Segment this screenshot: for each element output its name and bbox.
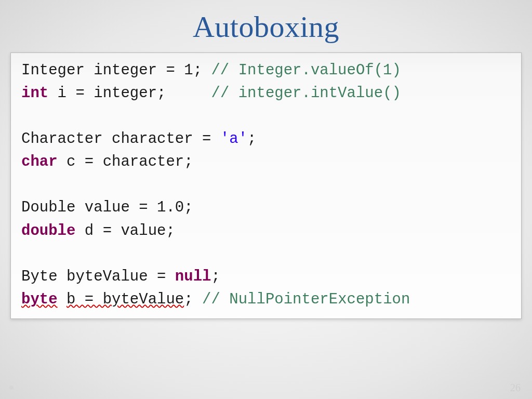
code-text: ; (184, 291, 202, 308)
code-line: int i = integer; // integer.intValue() (21, 85, 401, 102)
code-text: ; (211, 268, 220, 285)
code-comment: // NullPointerException (202, 291, 410, 308)
code-line: byte b = byteValue; // NullPointerExcept… (21, 291, 410, 308)
code-keyword: double (21, 222, 75, 240)
code-text: d = value; (75, 222, 175, 240)
code-line: Integer integer = 1; // Integer.valueOf(… (21, 62, 401, 79)
code-line: Byte byteValue = null; (21, 268, 220, 285)
code-keyword: char (21, 153, 58, 170)
code-comment: // integer.intValue() (211, 85, 401, 102)
code-line: char c = character; (21, 153, 193, 170)
code-keyword: null (175, 268, 211, 285)
code-text: Byte byteValue = (21, 268, 175, 285)
code-comment: // Integer.valueOf(1) (211, 62, 401, 79)
page-number: 26 (510, 382, 521, 394)
code-text: Integer integer = 1; (21, 62, 211, 79)
slide: Autoboxing Integer integer = 1; // Integ… (0, 0, 532, 399)
code-keyword: int (21, 85, 48, 102)
code-text: Character character = (21, 130, 220, 148)
code-line: double d = value; (21, 222, 175, 240)
code-block: Integer integer = 1; // Integer.valueOf(… (10, 52, 522, 319)
code-line: Character character = 'a'; (21, 130, 257, 148)
code-text: c = character; (58, 153, 193, 170)
code-string: 'a' (220, 130, 247, 148)
code-text: Double value = 1.0; (21, 199, 193, 216)
code-text: i = integer; (48, 85, 211, 102)
code-text (58, 291, 66, 308)
code-keyword: byte (21, 291, 58, 308)
code-error: b = byteValue (66, 291, 184, 308)
slide-title: Autoboxing (10, 9, 522, 44)
bullet-icon (9, 385, 14, 390)
code-line: Double value = 1.0; (21, 199, 193, 216)
code-text: ; (247, 130, 256, 148)
